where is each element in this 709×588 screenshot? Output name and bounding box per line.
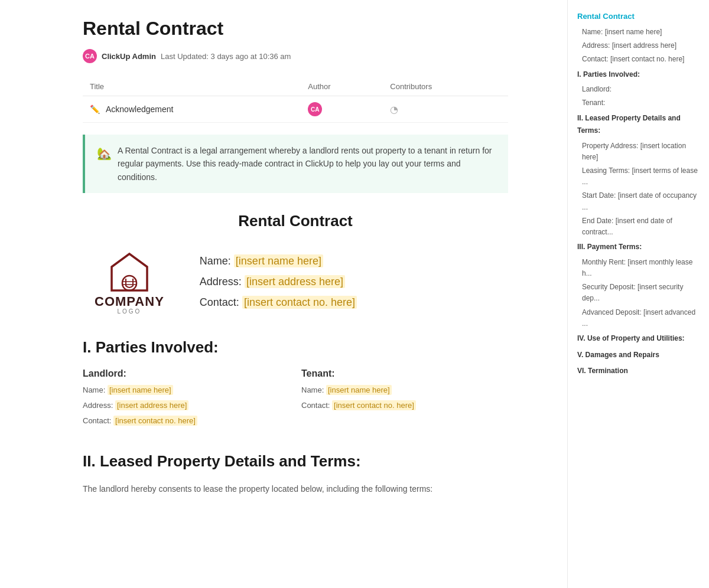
last-updated: Last Updated: 3 days ago at 10:36 am — [161, 52, 291, 61]
sidebar-section[interactable]: IV. Use of Property and Utilities: — [577, 331, 700, 347]
info-box: 🏡 A Rental Contract is a legal arrangeme… — [83, 135, 508, 193]
col-contributors: Contributors — [383, 77, 508, 96]
company-contact-line: Contact: [insert contact no. here] — [200, 296, 357, 309]
sidebar-section[interactable]: I. Parties Involved: — [577, 67, 700, 83]
sidebar-item[interactable]: Name: [insert name here] — [577, 25, 700, 39]
author-badge: CA — [308, 102, 322, 116]
tenant-name: Name: [insert name here] — [301, 383, 508, 398]
company-logo-svg — [100, 249, 159, 296]
sidebar-section[interactable]: VI. Termination — [577, 363, 700, 380]
landlord-name: Name: [insert name here] — [83, 383, 290, 398]
company-sub: LOGO — [117, 308, 141, 315]
info-text: A Rental Contract is a legal arrangement… — [118, 144, 496, 184]
sidebar-item[interactable]: Leasing Terms: [insert terms of lease ..… — [577, 164, 700, 189]
sidebar-section[interactable]: III. Payment Terms: — [577, 239, 700, 256]
author-row: CA ClickUp Admin Last Updated: 3 days ag… — [83, 49, 508, 63]
landlord-contact: Contact: [insert contact no. here] — [83, 413, 290, 429]
sidebar: Rental Contract Name: [insert name here]… — [567, 0, 709, 588]
tenant-block: Tenant: Name: [insert name here] Contact… — [301, 368, 508, 429]
doc-title[interactable]: Acknowledgement — [106, 104, 173, 114]
company-address-value: [insert address here] — [245, 275, 345, 288]
sidebar-item[interactable]: Address: [insert address here] — [577, 39, 700, 53]
company-name: COMPANY — [95, 294, 164, 309]
section2-desc: The landlord hereby consents to lease th… — [83, 482, 508, 496]
company-logo-wrapper: COMPANY LOGO — [95, 249, 164, 315]
company-contact-value: [insert contact no. here] — [242, 296, 357, 309]
doc-main-title: Rental Contract — [83, 212, 508, 230]
landlord-details: Name: [insert name here] Address: [inser… — [83, 383, 290, 429]
avatar: CA — [83, 49, 97, 63]
svg-rect-0 — [122, 276, 136, 290]
sidebar-item[interactable]: Start Date: [insert date of occupancy ..… — [577, 189, 700, 214]
sidebar-item[interactable]: Security Deposit: [insert security dep..… — [577, 280, 700, 305]
tenant-title: Tenant: — [301, 368, 508, 379]
documents-table: Title Author Contributors ✏️ Acknowledge… — [83, 77, 508, 123]
sidebar-item[interactable]: End Date: [insert end date of contract..… — [577, 214, 700, 239]
sidebar-section[interactable]: II. Leased Property Details and Terms: — [577, 110, 700, 139]
page-title: Rental Contract — [83, 18, 508, 40]
sidebar-section[interactable]: V. Damages and Repairs — [577, 347, 700, 364]
company-info: Name: [insert name here] Address: [inser… — [200, 255, 357, 309]
tenant-contact: Contact: [insert contact no. here] — [301, 398, 508, 413]
tenant-details: Name: [insert name here] Contact: [inser… — [301, 383, 508, 413]
sidebar-item[interactable]: Advanced Deposit: [insert advanced ... — [577, 306, 700, 331]
sidebar-item[interactable]: Property Address: [insert location here] — [577, 139, 700, 164]
sidebar-item[interactable]: Tenant: — [577, 96, 700, 110]
sidebar-item[interactable]: Monthly Rent: [insert monthly lease h... — [577, 256, 700, 280]
landlord-title: Landlord: — [83, 368, 290, 379]
company-section: COMPANY LOGO Name: [insert name here] Ad… — [83, 249, 508, 315]
company-address-line: Address: [insert address here] — [200, 276, 357, 288]
section1-heading: I. Parties Involved: — [83, 338, 508, 357]
author-name: ClickUp Admin — [102, 52, 156, 61]
doc-row-name: ✏️ Acknowledgement — [90, 104, 294, 114]
section2-heading: II. Leased Property Details and Terms: — [83, 452, 508, 471]
parties-grid: Landlord: Name: [insert name here] Addre… — [83, 368, 508, 429]
sidebar-item[interactable]: Contact: [insert contact no. here] — [577, 53, 700, 66]
company-name-value: [insert name here] — [234, 254, 323, 267]
company-name-line: Name: [insert name here] — [200, 255, 357, 267]
col-author: Author — [301, 77, 383, 96]
landlord-block: Landlord: Name: [insert name here] Addre… — [83, 368, 290, 429]
sidebar-title[interactable]: Rental Contract — [577, 12, 700, 21]
table-row: ✏️ Acknowledgement CA ◔ — [83, 96, 508, 123]
col-title: Title — [83, 77, 301, 96]
landlord-address: Address: [insert address here] — [83, 398, 290, 413]
sidebar-item[interactable]: Landlord: — [577, 83, 700, 96]
main-content: Rental Contract CA ClickUp Admin Last Up… — [0, 0, 532, 588]
edit-icon: ✏️ — [90, 104, 100, 114]
info-emoji: 🏡 — [97, 144, 112, 184]
contributor-icon: ◔ — [390, 104, 398, 115]
